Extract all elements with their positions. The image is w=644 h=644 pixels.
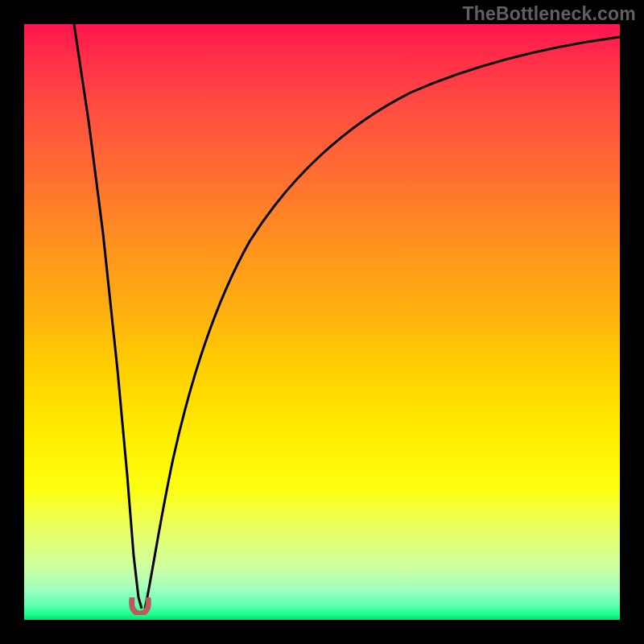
bottleneck-curve [24,24,620,620]
chart-area [24,24,620,620]
minimum-marker-icon [129,597,151,615]
watermark-text: TheBottleneck.com [462,3,636,25]
outer-frame: TheBottleneck.com [0,0,644,644]
